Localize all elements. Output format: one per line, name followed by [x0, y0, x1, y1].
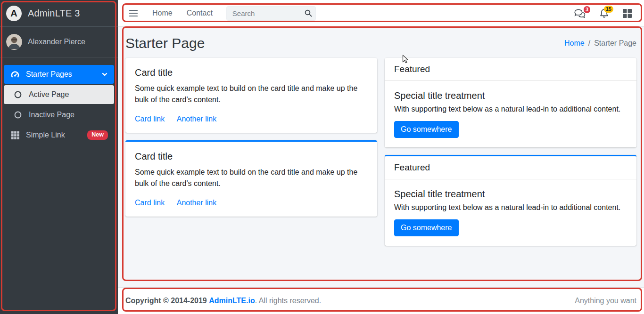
breadcrumb: Home / Starter Page: [564, 39, 636, 48]
page-title: Starter Page: [125, 35, 205, 51]
another-link[interactable]: Another link: [177, 199, 217, 207]
featured-card-header: Featured: [385, 58, 636, 81]
content-header: Starter Page Home / Starter Page: [118, 27, 644, 58]
user-avatar[interactable]: [6, 34, 22, 50]
circle-icon: [13, 111, 23, 119]
sidebar-item-simple-link[interactable]: Simple Link New: [4, 126, 114, 145]
messages-menu[interactable]: 3: [574, 9, 586, 18]
right-column: Featured Special title treatment With su…: [385, 58, 636, 253]
user-name-link[interactable]: Alexander Pierce: [28, 38, 85, 46]
navbar-right: 3 15: [574, 8, 636, 18]
sidebar-item-label: Active Page: [29, 90, 69, 99]
content-wrapper: Starter Page Home / Starter Page Card ti…: [118, 27, 644, 287]
navbar-link-contact[interactable]: Contact: [180, 5, 220, 21]
card-plain: Card title Some quick example text to bu…: [125, 58, 377, 133]
search-icon[interactable]: [305, 9, 312, 17]
rights-text: . All rights reserved.: [255, 297, 322, 305]
main-column: Home Contact 3: [118, 0, 644, 314]
navbar-search: [226, 6, 316, 21]
copyright-text: Copyright © 2014-2019: [125, 297, 207, 305]
card-link[interactable]: Card link: [135, 115, 165, 123]
go-somewhere-button[interactable]: Go somewhere: [394, 121, 459, 138]
adminlte-logo-icon: A: [6, 6, 22, 21]
card-text: Some quick example text to build on the …: [135, 167, 368, 189]
circle-icon: [13, 91, 23, 98]
sidebar-item-starter-pages[interactable]: Starter Pages: [4, 65, 114, 84]
th-grid-icon: [10, 131, 20, 139]
new-badge: New: [87, 130, 108, 140]
chevron-down-icon: [101, 71, 108, 78]
adminlte-app: A AdminLTE 3 Alexander Pierce: [0, 0, 644, 314]
cards-row: Card title Some quick example text to bu…: [118, 58, 644, 253]
card-title: Card title: [135, 67, 368, 78]
featured-title: Special title treatment: [394, 189, 627, 200]
search-input[interactable]: [226, 6, 316, 21]
another-link[interactable]: Another link: [177, 115, 217, 123]
fullscreen-grid-menu[interactable]: [623, 9, 632, 18]
sidebar-item-label: Simple Link: [26, 131, 65, 139]
notifications-count-badge: 15: [604, 6, 613, 13]
sidebar: A AdminLTE 3 Alexander Pierce: [0, 0, 118, 314]
featured-text: With supporting text below as a natural …: [394, 203, 627, 212]
sidebar-nav: Starter Pages Active Page: [0, 57, 118, 145]
sidebar-item-active-page[interactable]: Active Page: [4, 85, 114, 104]
tachometer-icon: [10, 70, 20, 79]
featured-card-outline: Featured Special title treatment With su…: [385, 155, 636, 246]
breadcrumb-current: Starter Page: [594, 39, 636, 48]
adminlte-io-link[interactable]: AdminLTE.io: [209, 297, 255, 305]
card-title: Card title: [135, 151, 368, 162]
featured-title: Special title treatment: [394, 90, 627, 101]
sidebar-toggle-button[interactable]: [125, 7, 141, 20]
card-text: Some quick example text to build on the …: [135, 83, 368, 105]
breadcrumb-home-link[interactable]: Home: [564, 39, 585, 48]
messages-count-badge: 3: [584, 6, 590, 13]
go-somewhere-button[interactable]: Go somewhere: [394, 219, 459, 236]
footer-right-text: Anything you want: [575, 297, 636, 305]
featured-text: With supporting text below as a natural …: [394, 105, 627, 113]
brand-text: AdminLTE 3: [28, 8, 80, 19]
th-large-icon: [623, 9, 632, 18]
notifications-menu[interactable]: 15: [600, 8, 609, 18]
navbar-link-home[interactable]: Home: [145, 5, 180, 21]
sidebar-item-inactive-page[interactable]: Inactive Page: [4, 105, 114, 124]
card-outline: Card title Some quick example text to bu…: [125, 140, 377, 217]
card-link[interactable]: Card link: [135, 199, 165, 207]
brand-link[interactable]: A AdminLTE 3: [0, 0, 118, 27]
user-panel: Alexander Pierce: [0, 27, 118, 57]
sidebar-item-label: Inactive Page: [29, 111, 74, 119]
left-column: Card title Some quick example text to bu…: [125, 58, 377, 224]
footer: Copyright © 2014-2019 AdminLTE.io. All r…: [118, 287, 644, 314]
sidebar-item-label: Starter Pages: [26, 70, 72, 79]
top-navbar: Home Contact 3: [118, 0, 644, 27]
featured-card: Featured Special title treatment With su…: [385, 58, 636, 147]
footer-copyright: Copyright © 2014-2019 AdminLTE.io. All r…: [125, 297, 321, 305]
featured-card-header: Featured: [385, 156, 636, 179]
breadcrumb-separator: /: [588, 39, 590, 48]
